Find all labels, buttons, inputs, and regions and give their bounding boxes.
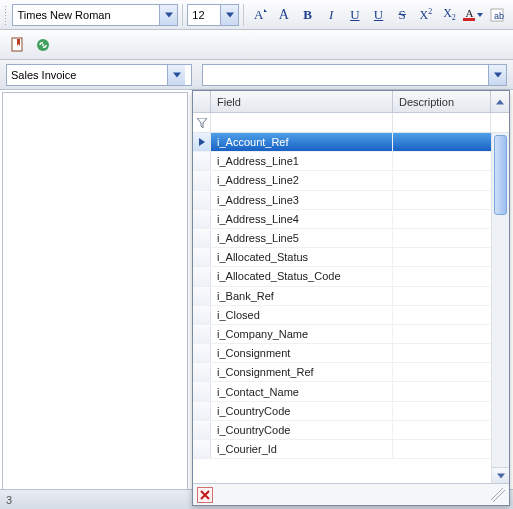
- layout-dropdown-button[interactable]: [167, 65, 185, 85]
- svg-text:ab: ab: [494, 11, 504, 21]
- field-cell: i_Address_Line4: [211, 210, 393, 228]
- row-indicator-header: [193, 91, 211, 112]
- highlight-button[interactable]: ab: [486, 4, 508, 26]
- chevron-down-icon: [165, 12, 173, 18]
- subscript-button[interactable]: X2: [439, 4, 461, 26]
- filter-desc-cell[interactable]: [393, 113, 491, 132]
- field-picker-popup: Field Description i_Account_Refi_Address…: [192, 90, 510, 506]
- chevron-down-icon: [494, 72, 502, 78]
- table-row[interactable]: i_Consignment_Ref: [193, 363, 491, 382]
- bold-icon: B: [303, 7, 312, 23]
- layout-combo[interactable]: [6, 64, 192, 86]
- table-row[interactable]: i_Address_Line1: [193, 152, 491, 171]
- separator: [182, 4, 183, 26]
- table-row[interactable]: i_Address_Line2: [193, 171, 491, 190]
- row-indicator: [193, 440, 211, 458]
- strikethrough-button[interactable]: S: [391, 4, 413, 26]
- svg-text:A: A: [254, 7, 264, 21]
- font-size-dropdown-button[interactable]: [220, 5, 238, 25]
- row-indicator: [193, 382, 211, 400]
- description-cell: [393, 287, 491, 305]
- field-cell: i_Contact_Name: [211, 382, 393, 400]
- field-input[interactable]: [203, 65, 488, 85]
- table-row[interactable]: i_Allocated_Status: [193, 248, 491, 267]
- superscript-icon: X2: [420, 7, 433, 23]
- table-row[interactable]: i_Contact_Name: [193, 382, 491, 401]
- column-header-description[interactable]: Description: [393, 91, 491, 112]
- field-cell: i_Closed: [211, 306, 393, 324]
- double-underline-button[interactable]: U: [368, 4, 390, 26]
- table-row[interactable]: i_Address_Line5: [193, 229, 491, 248]
- close-button[interactable]: [197, 487, 213, 503]
- description-cell: [393, 267, 491, 285]
- description-cell: [393, 171, 491, 189]
- font-family-combo[interactable]: [12, 4, 178, 26]
- table-row[interactable]: i_CountryCode: [193, 402, 491, 421]
- table-row[interactable]: i_Courier_Id: [193, 440, 491, 459]
- bold-button[interactable]: B: [297, 4, 319, 26]
- description-cell: [393, 421, 491, 439]
- description-cell: [393, 210, 491, 228]
- resize-grip[interactable]: [491, 488, 505, 502]
- grow-font-button[interactable]: A: [273, 4, 295, 26]
- row-indicator: [193, 344, 211, 362]
- svg-rect-3: [12, 38, 22, 51]
- field-cell: i_Allocated_Status: [211, 248, 393, 266]
- row-indicator: [193, 402, 211, 420]
- column-header-field[interactable]: Field: [211, 91, 393, 112]
- field-cell: i_Bank_Ref: [211, 287, 393, 305]
- row-indicator: [193, 306, 211, 324]
- font-family-input[interactable]: [13, 5, 159, 25]
- scroll-down-button[interactable]: [492, 467, 509, 483]
- table-row[interactable]: i_Closed: [193, 306, 491, 325]
- description-cell: [393, 191, 491, 209]
- table-row[interactable]: i_Account_Ref: [193, 133, 491, 152]
- layout-input[interactable]: [7, 65, 167, 85]
- table-row[interactable]: i_Allocated_Status_Code: [193, 267, 491, 286]
- toolbar-grip[interactable]: [4, 5, 8, 25]
- font-style-icon: A: [252, 7, 268, 21]
- font-color-button[interactable]: A: [462, 4, 484, 26]
- field-cell: i_Consignment_Ref: [211, 363, 393, 381]
- table-row[interactable]: i_Company_Name: [193, 325, 491, 344]
- svg-point-4: [37, 39, 49, 51]
- vertical-scrollbar[interactable]: [491, 133, 509, 483]
- description-cell: [393, 306, 491, 324]
- design-canvas[interactable]: [2, 92, 188, 507]
- row-indicator: [193, 248, 211, 266]
- scroll-up-button[interactable]: [491, 91, 509, 112]
- underline-button[interactable]: U: [344, 4, 366, 26]
- row-indicator: [193, 287, 211, 305]
- font-dialog-button[interactable]: A: [249, 4, 271, 26]
- field-combo[interactable]: [202, 64, 507, 86]
- scrollbar-thumb[interactable]: [494, 135, 507, 215]
- font-size-combo[interactable]: [187, 4, 239, 26]
- font-family-dropdown-button[interactable]: [159, 5, 177, 25]
- highlight-icon: ab: [489, 7, 505, 23]
- filter-indicator[interactable]: [193, 113, 211, 132]
- row-indicator: [193, 210, 211, 228]
- table-row[interactable]: i_Bank_Ref: [193, 287, 491, 306]
- table-row[interactable]: i_Consignment: [193, 344, 491, 363]
- description-cell: [393, 363, 491, 381]
- chevron-down-icon: [226, 12, 234, 18]
- filter-field-cell[interactable]: [211, 113, 393, 132]
- italic-button[interactable]: I: [320, 4, 342, 26]
- table-row[interactable]: i_Address_Line3: [193, 191, 491, 210]
- description-cell: [393, 152, 491, 170]
- bookmark-button[interactable]: [5, 34, 29, 56]
- row-indicator: [193, 171, 211, 189]
- caret-right-icon: [198, 138, 206, 146]
- font-size-input[interactable]: [188, 5, 220, 25]
- svg-rect-1: [491, 9, 503, 21]
- hyperlink-button[interactable]: [31, 34, 55, 56]
- font-color-icon: A: [463, 8, 475, 21]
- field-cell: i_Consignment: [211, 344, 393, 362]
- table-row[interactable]: i_Address_Line4: [193, 210, 491, 229]
- field-cell: i_Account_Ref: [211, 133, 393, 151]
- superscript-button[interactable]: X2: [415, 4, 437, 26]
- field-dropdown-button[interactable]: [488, 65, 506, 85]
- status-text: 3: [6, 494, 12, 506]
- table-row[interactable]: i_CountryCode: [193, 421, 491, 440]
- chevron-down-icon: [477, 13, 483, 17]
